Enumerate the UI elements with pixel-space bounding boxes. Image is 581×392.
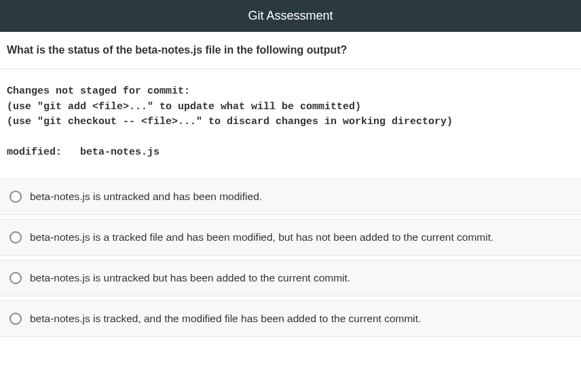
option-label: beta-notes.js is untracked and has been … [30, 191, 262, 203]
assessment-title: Git Assessment [248, 9, 333, 22]
option-1[interactable]: beta-notes.js is untracked and has been … [0, 178, 581, 215]
option-4[interactable]: beta-notes.js is tracked, and the modifi… [0, 300, 581, 337]
radio-icon [10, 231, 22, 243]
code-line-5: modified: beta-notes.js [7, 146, 160, 158]
option-label: beta-notes.js is a tracked file and has … [30, 231, 493, 243]
radio-icon [10, 191, 22, 203]
option-3[interactable]: beta-notes.js is untracked but has been … [0, 260, 581, 296]
option-2[interactable]: beta-notes.js is a tracked file and has … [0, 219, 581, 256]
answer-options: beta-notes.js is untracked and has been … [0, 178, 581, 337]
option-label: beta-notes.js is untracked but has been … [30, 272, 350, 284]
assessment-header: Git Assessment [0, 0, 581, 32]
option-label: beta-notes.js is tracked, and the modifi… [30, 313, 421, 325]
code-line-3: (use "git checkout -- <file>..." to disc… [7, 116, 453, 128]
question-prompt: What is the status of the beta-notes.js … [0, 32, 581, 69]
code-output: Changes not staged for commit: (use "git… [0, 69, 581, 178]
code-line-1: Changes not staged for commit: [7, 85, 190, 97]
radio-icon [10, 313, 22, 325]
code-line-2: (use "git add <file>..." to update what … [7, 101, 361, 113]
radio-icon [10, 272, 22, 284]
